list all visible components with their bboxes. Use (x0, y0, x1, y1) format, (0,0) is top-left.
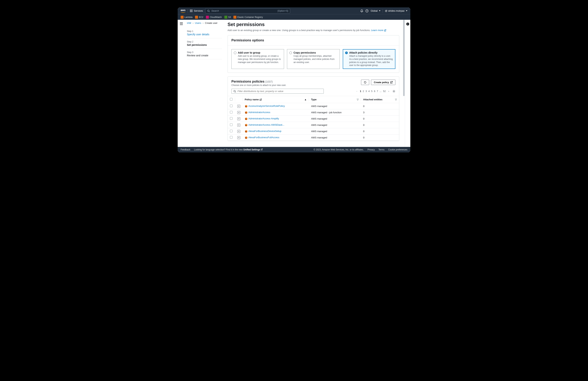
page-number[interactable]: 4 (368, 90, 370, 93)
select-all-checkbox[interactable] (230, 98, 232, 101)
privacy-link[interactable]: Privacy (368, 148, 375, 151)
policy-cube-icon (245, 105, 248, 108)
page-number[interactable]: 2 (362, 90, 365, 93)
grid-icon (190, 10, 193, 12)
region-selector[interactable]: Global (371, 9, 380, 12)
aws-logo[interactable]: aws (181, 9, 185, 13)
permissions-policies-panel: Permissions policies (1037) Choose one o… (228, 76, 399, 141)
page-number[interactable]: 3 (365, 90, 368, 93)
permission-option[interactable]: Copy permissionsCopy all group membershi… (287, 49, 340, 69)
policy-cube-icon (245, 117, 248, 120)
info-icon[interactable]: i (406, 22, 409, 26)
page-number[interactable]: 5 (370, 90, 373, 93)
external-link-icon (390, 81, 393, 84)
permission-option[interactable]: Add user to groupAdd user to an existing… (231, 49, 284, 69)
global-search[interactable]: [Option+S] (205, 8, 290, 14)
wizard-step[interactable]: Step 1Specify user details (187, 28, 222, 38)
settings-icon[interactable] (392, 90, 395, 93)
page-number: ... (379, 90, 382, 93)
service-shortcut[interactable]: Lambda (181, 16, 192, 19)
caret-down-icon (406, 10, 407, 11)
services-menu[interactable]: Services (190, 9, 203, 12)
create-policy-button[interactable]: Create policy (371, 80, 395, 85)
notifications-button[interactable] (360, 9, 363, 12)
expand-button[interactable]: + (237, 136, 240, 139)
feedback-link[interactable]: Feedback (181, 148, 190, 151)
svg-point-7 (234, 90, 235, 92)
breadcrumb-iam[interactable]: IAM (187, 22, 191, 24)
permissions-options-panel: Permissions options Add user to groupAdd… (228, 35, 399, 73)
radio-icon (234, 52, 236, 54)
learn-more-link[interactable]: Learn more (371, 29, 386, 32)
expand-button[interactable]: + (237, 111, 240, 114)
policy-name-link[interactable]: AccessAnalyzerServiceRolePolicy (248, 105, 285, 107)
svg-line-1 (209, 11, 210, 12)
col-type[interactable]: Type (311, 98, 316, 101)
refresh-button[interactable] (361, 80, 369, 85)
footer: Feedback Looking for language selection?… (178, 147, 410, 153)
hamburger-icon[interactable] (180, 22, 183, 25)
service-shortcut[interactable]: S3 (224, 16, 231, 19)
expand-button[interactable]: + (237, 105, 240, 108)
sort-icon[interactable]: ▽ (395, 98, 397, 101)
service-shortcut[interactable]: Elastic Container Registry (233, 16, 263, 19)
option-description: Copy all group memberships, attached man… (294, 54, 337, 64)
policy-cube-icon (245, 136, 248, 139)
row-checkbox[interactable] (230, 117, 232, 120)
policy-type: AWS managed (309, 128, 361, 134)
policy-type: AWS managed (309, 134, 361, 141)
copyright: © 2023, Amazon Web Services, Inc. or its… (314, 148, 364, 151)
service-shortcut[interactable]: CloudWatch (206, 16, 222, 19)
policies-table: Policy name ▲ Type▽ Attached entities▽ +… (228, 96, 399, 141)
policy-name-link[interactable]: AdministratorAccess-Amplify (248, 117, 279, 120)
help-button[interactable]: ? (365, 9, 368, 12)
radio-icon (345, 52, 348, 54)
search-input[interactable] (211, 9, 276, 12)
chevron-right-icon: › (193, 22, 193, 24)
page-number[interactable]: 7 (376, 90, 379, 93)
expand-button[interactable]: + (237, 117, 240, 120)
sort-asc-icon[interactable]: ▲ (304, 98, 307, 101)
service-shortcuts-bar: LambdaEC2CloudWatchS3Elastic Container R… (178, 14, 410, 20)
unified-settings-link[interactable]: Unified Settings (243, 148, 263, 151)
row-checkbox[interactable] (230, 111, 232, 113)
policy-type: AWS managed (309, 103, 361, 109)
expand-button[interactable]: + (237, 130, 240, 133)
policy-name-link[interactable]: AdministratorAccess-AWSElasti... (248, 123, 284, 126)
row-checkbox[interactable] (230, 136, 232, 138)
policy-entities: 3 (361, 109, 399, 116)
policy-filter-input[interactable] (237, 90, 322, 92)
scrollbar[interactable] (403, 20, 405, 147)
policy-name-link[interactable]: AlexaForBusinessDeviceSetup (248, 130, 281, 133)
policy-filter[interactable] (231, 89, 324, 94)
service-icon (233, 16, 236, 19)
radio-icon (289, 52, 292, 54)
page-next[interactable]: › (388, 90, 389, 92)
page-number[interactable]: 6 (373, 90, 376, 93)
service-shortcut[interactable]: EC2 (195, 16, 203, 19)
breadcrumb-users[interactable]: Users (195, 22, 201, 24)
policy-entities: 0 (361, 103, 399, 109)
row-checkbox[interactable] (230, 123, 232, 126)
external-link-icon (259, 99, 262, 101)
cookie-prefs-link[interactable]: Cookie preferences (388, 148, 407, 151)
permission-option[interactable]: Attach policies directlyAttach a managed… (343, 49, 395, 69)
caret-down-icon (379, 10, 380, 11)
terms-link[interactable]: Terms (378, 148, 384, 151)
page-number[interactable]: 52 (382, 90, 386, 93)
account-menu[interactable]: @ strides-motrpac (385, 9, 407, 12)
bell-icon (360, 9, 363, 12)
page-number[interactable]: 1 (359, 90, 362, 93)
option-title: Add user to group (238, 51, 282, 54)
col-policy-name[interactable]: Policy name (245, 98, 259, 101)
policy-name-link[interactable]: AdministratorAccess (248, 111, 270, 114)
expand-button[interactable]: + (237, 124, 240, 127)
row-checkbox[interactable] (230, 130, 232, 132)
page-prev[interactable]: ‹ (357, 90, 357, 92)
sort-icon[interactable]: ▽ (357, 98, 359, 101)
policy-name-link[interactable]: AlexaForBusinessFullAccess (248, 136, 279, 139)
policy-row: + AdministratorAccess-AWSElasti... AWS m… (228, 122, 399, 128)
row-checkbox[interactable] (230, 105, 232, 107)
col-entities[interactable]: Attached entities (363, 98, 382, 101)
policy-cube-icon (245, 111, 248, 114)
